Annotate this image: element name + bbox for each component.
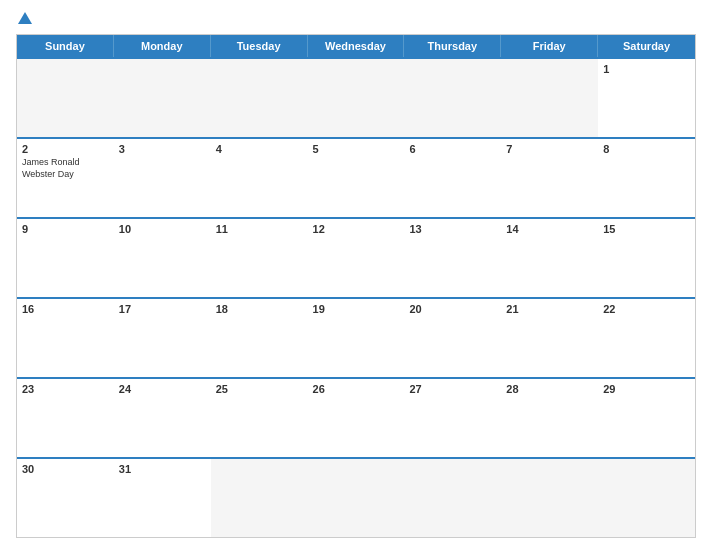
calendar-cell-2-1: 10: [114, 219, 211, 297]
calendar-cell-0-5: [501, 59, 598, 137]
day-number: 26: [313, 383, 400, 395]
calendar-cell-4-4: 27: [404, 379, 501, 457]
day-number: 31: [119, 463, 206, 475]
calendar-cell-2-4: 13: [404, 219, 501, 297]
calendar-cell-5-4: [404, 459, 501, 537]
logo-triangle-icon: [18, 12, 32, 24]
calendar-cell-1-0: 2James Ronald Webster Day: [17, 139, 114, 217]
day-number: 15: [603, 223, 690, 235]
calendar-cell-2-2: 11: [211, 219, 308, 297]
event-label: James Ronald Webster Day: [22, 157, 109, 180]
calendar-week-4: 23242526272829: [17, 377, 695, 457]
calendar-cell-1-5: 7: [501, 139, 598, 217]
day-number: 2: [22, 143, 109, 155]
calendar-week-3: 16171819202122: [17, 297, 695, 377]
header-saturday: Saturday: [598, 35, 695, 57]
calendar-cell-4-1: 24: [114, 379, 211, 457]
day-number: 24: [119, 383, 206, 395]
calendar-cell-0-3: [308, 59, 405, 137]
page: Sunday Monday Tuesday Wednesday Thursday…: [0, 0, 712, 550]
calendar-cell-5-2: [211, 459, 308, 537]
calendar-cell-0-1: [114, 59, 211, 137]
day-number: 18: [216, 303, 303, 315]
day-number: 10: [119, 223, 206, 235]
header-tuesday: Tuesday: [211, 35, 308, 57]
day-number: 23: [22, 383, 109, 395]
calendar-week-2: 9101112131415: [17, 217, 695, 297]
calendar-cell-3-4: 20: [404, 299, 501, 377]
header: [16, 12, 696, 26]
calendar-week-1: 2James Ronald Webster Day345678: [17, 137, 695, 217]
calendar-cell-2-6: 15: [598, 219, 695, 297]
calendar-cell-3-2: 18: [211, 299, 308, 377]
calendar-cell-4-3: 26: [308, 379, 405, 457]
calendar-cell-2-0: 9: [17, 219, 114, 297]
day-number: 5: [313, 143, 400, 155]
day-number: 17: [119, 303, 206, 315]
calendar-cell-3-0: 16: [17, 299, 114, 377]
day-number: 22: [603, 303, 690, 315]
calendar-cell-4-2: 25: [211, 379, 308, 457]
calendar-week-5: 3031: [17, 457, 695, 537]
calendar-cell-5-0: 30: [17, 459, 114, 537]
calendar-cell-5-6: [598, 459, 695, 537]
day-number: 28: [506, 383, 593, 395]
calendar-body: 12James Ronald Webster Day34567891011121…: [17, 57, 695, 537]
calendar-cell-0-4: [404, 59, 501, 137]
calendar-header: Sunday Monday Tuesday Wednesday Thursday…: [17, 35, 695, 57]
calendar-week-0: 1: [17, 57, 695, 137]
day-number: 6: [409, 143, 496, 155]
day-number: 16: [22, 303, 109, 315]
day-number: 19: [313, 303, 400, 315]
calendar-cell-3-1: 17: [114, 299, 211, 377]
calendar-cell-3-5: 21: [501, 299, 598, 377]
header-wednesday: Wednesday: [308, 35, 405, 57]
day-number: 1: [603, 63, 690, 75]
day-number: 30: [22, 463, 109, 475]
calendar: Sunday Monday Tuesday Wednesday Thursday…: [16, 34, 696, 538]
calendar-cell-2-5: 14: [501, 219, 598, 297]
day-number: 14: [506, 223, 593, 235]
day-number: 25: [216, 383, 303, 395]
day-number: 29: [603, 383, 690, 395]
calendar-cell-3-6: 22: [598, 299, 695, 377]
calendar-cell-5-1: 31: [114, 459, 211, 537]
calendar-cell-1-6: 8: [598, 139, 695, 217]
day-number: 21: [506, 303, 593, 315]
day-number: 3: [119, 143, 206, 155]
calendar-cell-4-5: 28: [501, 379, 598, 457]
calendar-cell-1-1: 3: [114, 139, 211, 217]
calendar-cell-1-4: 6: [404, 139, 501, 217]
calendar-cell-4-6: 29: [598, 379, 695, 457]
header-friday: Friday: [501, 35, 598, 57]
day-number: 9: [22, 223, 109, 235]
day-number: 27: [409, 383, 496, 395]
calendar-cell-3-3: 19: [308, 299, 405, 377]
day-number: 12: [313, 223, 400, 235]
calendar-cell-1-3: 5: [308, 139, 405, 217]
day-number: 13: [409, 223, 496, 235]
day-number: 8: [603, 143, 690, 155]
day-number: 11: [216, 223, 303, 235]
calendar-cell-0-6: 1: [598, 59, 695, 137]
day-number: 4: [216, 143, 303, 155]
calendar-cell-4-0: 23: [17, 379, 114, 457]
header-sunday: Sunday: [17, 35, 114, 57]
header-monday: Monday: [114, 35, 211, 57]
calendar-cell-5-3: [308, 459, 405, 537]
calendar-cell-2-3: 12: [308, 219, 405, 297]
calendar-cell-5-5: [501, 459, 598, 537]
calendar-cell-1-2: 4: [211, 139, 308, 217]
calendar-cell-0-0: [17, 59, 114, 137]
header-thursday: Thursday: [404, 35, 501, 57]
day-number: 20: [409, 303, 496, 315]
calendar-cell-0-2: [211, 59, 308, 137]
logo: [16, 12, 32, 26]
day-number: 7: [506, 143, 593, 155]
